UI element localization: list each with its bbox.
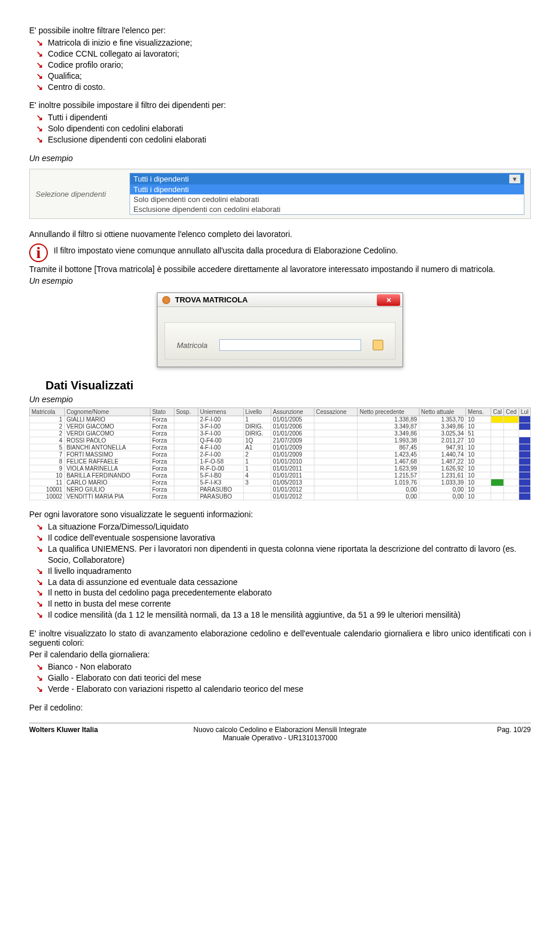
list-item: Matricola di inizio e fine visualizzazio… (29, 37, 531, 48)
table-header: Matricola (30, 408, 65, 416)
list-item: Il codice dell'eventuale sospensione lav… (29, 532, 531, 544)
dropdown-option[interactable]: Solo dipendenti con cedolini elaborati (130, 194, 524, 204)
perogni-text: Per ogni lavoratore sono visualizzate le… (29, 510, 531, 519)
footer-center: Nuovo calcolo Cedolino e Elaborazioni Me… (155, 726, 405, 742)
list-item: Verde - Elaborato con variazioni rispett… (29, 684, 531, 695)
dati-visualizzati-heading: Dati Visualizzati (46, 379, 531, 392)
list-item: Bianco - Non elaborato (29, 661, 531, 673)
table-header: Cognome/Nome (64, 408, 150, 416)
example-label-1: Un esempio (29, 154, 531, 163)
dropdown-screenshot: Selezione dipendenti Tutti i dipendenti▾… (29, 169, 531, 219)
table-header: Sosp. (174, 408, 198, 416)
dropdown-select[interactable]: Tutti i dipendenti▾ Tutti i dipendenti S… (130, 173, 524, 215)
list-item: Qualifica; (29, 71, 531, 82)
intro2: E' inoltre possibile impostare il filtro… (29, 100, 531, 110)
list-item: La situazione Forza/Dimesso/Liquidato (29, 521, 531, 532)
dropdown-option[interactable]: Tutti i dipendenti (130, 184, 524, 194)
list-item: Codice CCNL collegato ai lavoratori; (29, 48, 531, 60)
info-list: La situazione Forza/Dimesso/LiquidatoIl … (29, 521, 531, 621)
table-row: 4ROSSI PAOLOForzaQ-F4-001Q21/07/20091.99… (30, 437, 531, 444)
list-item: Il netto in busta del cedolino paga prec… (29, 587, 531, 598)
list-item: La qualifica UNIEMENS. Per i lavoratori … (29, 544, 531, 566)
info-icon: i (29, 243, 48, 262)
dropdown-option[interactable]: Esclusione dipendenti con cedolini elabo… (130, 204, 524, 214)
table-row: 10BARILLA FERDINANDOForza5-F-I-B0401/01/… (30, 472, 531, 479)
calendario-list: Bianco - Non elaboratoGiallo - Elaborato… (29, 661, 531, 695)
einoltre-text: E' inoltre visualizzato lo stato di avan… (29, 629, 531, 647)
table-header: Livello (243, 408, 271, 416)
list-item: La data di assunzione ed eventuale data … (29, 577, 531, 588)
table-header: Cessazione (314, 408, 358, 416)
example-label-2: Un esempio (29, 276, 531, 285)
calendario-heading: Per il calendario della giornaliera: (29, 650, 531, 659)
filter-list-2: Tutti i dipendentiSolo dipendenti con ce… (29, 112, 531, 145)
dialog-icon (162, 296, 170, 304)
table-header: Ced (504, 408, 519, 416)
list-item: Il netto in busta del mese corrente (29, 598, 531, 609)
filter-list-1: Matricola di inizio e fine visualizzazio… (29, 37, 531, 92)
table-row: 2VERDI GIACOMOForza3-F-I-00DIRIG.01/01/2… (30, 430, 531, 437)
list-item: Codice profilo orario; (29, 60, 531, 71)
chevron-down-icon[interactable]: ▾ (509, 175, 520, 183)
lookup-icon[interactable] (373, 340, 383, 350)
table-header: Uniemens (198, 408, 243, 416)
matricola-label: Matricola (177, 341, 208, 350)
matricola-input[interactable] (219, 339, 361, 351)
table-header: Stato (150, 408, 174, 416)
table-row: 8FELICE RAFFAELEForza1-F-O-58101/01/2010… (30, 458, 531, 465)
list-item: Il livello inquadramento (29, 566, 531, 577)
table-row: 11CARLO MARIOForza5-F-I-K3301/05/20131.0… (30, 479, 531, 486)
trova-matricola-dialog: TROVA MATRICOLA ✕ Matricola (157, 292, 403, 367)
info-text: Il filtro impostato viene comunque annul… (54, 243, 531, 255)
list-item: Tutti i dipendenti (29, 112, 531, 123)
table-header: Netto attuale (419, 408, 466, 416)
intro: E' possibile inoltre filtrare l'elenco p… (29, 26, 531, 35)
list-item: Giallo - Elaborato con dati teorici del … (29, 673, 531, 684)
table-row: 1GIALLI MARIOForza2-F-I-00101/01/20051.3… (30, 416, 531, 423)
list-item: Il codice mensilità (da 1 12 le mensilit… (29, 609, 531, 621)
table-row: 10002VENDITTI MARIA PIAForzaPARASUBO01/0… (30, 493, 531, 500)
dialog-title: TROVA MATRICOLA (175, 295, 248, 304)
close-icon[interactable]: ✕ (377, 294, 400, 306)
annullando-text: Annullando il filtro si ottiene nuovamen… (29, 229, 531, 239)
cedolino-heading: Per il cedolino: (29, 703, 531, 712)
page-footer: Wolters Kluwer Italia Nuovo calcolo Cedo… (29, 723, 531, 742)
tramite-text: Tramite il bottone [Trova matricola] è p… (29, 264, 531, 274)
footer-right: Pag. 10/29 (405, 726, 531, 742)
list-item: Centro di costo. (29, 82, 531, 93)
footer-left: Wolters Kluwer Italia (29, 726, 155, 742)
table-row: 2VERDI GIACOMOForza3-F-I-00DIRIG.01/01/2… (30, 423, 531, 430)
table-row: 5BIANCHI ANTONELLAForza4-F-I-00A101/01/2… (30, 444, 531, 451)
table-header: Assunzione (271, 408, 314, 416)
list-item: Esclusione dipendenti con cedolini elabo… (29, 134, 531, 145)
table-row: 9VIOLA MARINELLAForzaR-F-D-00101/01/2011… (30, 465, 531, 472)
table-row: 7FORTI MASSIMOForza2-F-I-00201/01/20091.… (30, 451, 531, 458)
dati-table: MatricolaCognome/NomeStatoSosp.UniemensL… (29, 407, 531, 500)
table-header: Mens. (466, 408, 491, 416)
list-item: Solo dipendenti con cedolini elaborati (29, 123, 531, 134)
table-header: Lul (519, 408, 530, 416)
table-header: Cal (491, 408, 504, 416)
table-header: Netto precedente (358, 408, 419, 416)
example-label-3: Un esempio (29, 395, 531, 404)
table-row: 10001NERO GIULIOForzaPARASUBO01/01/20120… (30, 486, 531, 493)
dropdown-label: Selezione dipendenti (36, 190, 106, 198)
